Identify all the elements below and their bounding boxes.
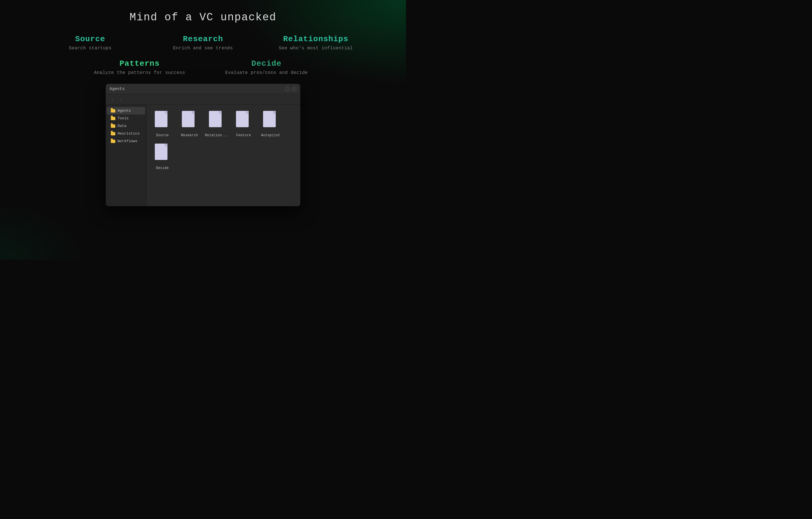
category-patterns-subtitle: Analyze the patterns for success xyxy=(76,70,203,75)
category-source: Source Search startups xyxy=(34,35,147,51)
categories-row2: Patterns Analyze the patterns for succes… xyxy=(76,59,330,75)
file-label-decide: Decide xyxy=(156,166,169,170)
window-titlebar: Agents − × xyxy=(106,84,300,94)
category-patterns: Patterns Analyze the patterns for succes… xyxy=(76,59,203,75)
sidebar: Agents Tools Data Heuristics Workflows xyxy=(106,105,147,206)
file-item-decide[interactable]: Decide xyxy=(151,142,174,170)
sidebar-item-data[interactable]: Data xyxy=(107,122,145,130)
document-icon-feature xyxy=(236,111,252,130)
categories-row1: Source Search startups Research Enrich a… xyxy=(34,35,372,51)
file-label-autopilot: Autopilot xyxy=(261,133,280,137)
file-icon-wrap-relation xyxy=(207,109,226,132)
file-item-source[interactable]: Source xyxy=(151,109,174,137)
file-item-relation[interactable]: Relation... xyxy=(205,109,228,137)
category-decide-title: Decide xyxy=(203,59,330,68)
file-icon-wrap-feature xyxy=(234,109,254,132)
folder-icon-heuristics xyxy=(111,132,115,135)
window-toolbar: ‹ › xyxy=(106,94,300,105)
window-title: Agents xyxy=(110,87,125,91)
folder-icon-workflows xyxy=(111,140,115,143)
file-item-research[interactable]: Research xyxy=(178,109,201,137)
category-decide-subtitle: Evaluate pros/cons and decide xyxy=(203,70,330,75)
sidebar-label-agents: Agents xyxy=(118,109,131,113)
minimize-button[interactable]: − xyxy=(285,87,290,91)
category-source-subtitle: Search startups xyxy=(34,46,147,51)
svg-rect-11 xyxy=(165,143,168,146)
sidebar-item-workflows[interactable]: Workflows xyxy=(107,137,145,145)
file-label-relation: Relation... xyxy=(205,133,228,137)
file-item-feature[interactable]: Feature xyxy=(232,109,255,137)
sidebar-item-tools[interactable]: Tools xyxy=(107,114,145,122)
category-relationships-title: Relationships xyxy=(259,35,372,44)
file-row-2: Decide xyxy=(151,142,296,170)
category-research-title: Research xyxy=(147,35,259,44)
top-section: Mind of a VC unpacked Source Search star… xyxy=(0,0,406,84)
document-icon-autopilot xyxy=(263,111,279,130)
category-relationships-subtitle: See who’s most influential xyxy=(259,46,372,51)
svg-rect-3 xyxy=(192,111,195,114)
window-controls: − × xyxy=(285,87,296,91)
forward-button[interactable]: › xyxy=(118,96,124,103)
sidebar-label-workflows: Workflows xyxy=(118,139,137,143)
folder-icon-data xyxy=(111,125,115,128)
sidebar-item-agents[interactable]: Agents xyxy=(107,107,145,114)
category-research: Research Enrich and see trends xyxy=(147,35,259,51)
document-icon-relation xyxy=(209,111,225,130)
file-icon-wrap-autopilot xyxy=(261,109,281,132)
file-icon-wrap-research xyxy=(180,109,199,132)
sidebar-item-heuristics[interactable]: Heuristics xyxy=(107,130,145,137)
file-label-source: Source xyxy=(156,133,169,137)
sidebar-label-heuristics: Heuristics xyxy=(118,132,140,136)
folder-icon-agents xyxy=(111,109,115,113)
document-icon-source xyxy=(155,111,170,130)
file-label-research: Research xyxy=(181,133,198,137)
file-icon-wrap-source xyxy=(152,109,172,132)
svg-rect-9 xyxy=(273,111,276,114)
file-icon-wrap-decide xyxy=(152,142,172,164)
sidebar-label-tools: Tools xyxy=(118,116,128,120)
file-row-1: Source Research xyxy=(151,109,296,137)
file-area: Source Research xyxy=(147,105,300,206)
document-icon-decide xyxy=(155,143,170,163)
folder-icon-tools xyxy=(111,117,115,120)
category-source-title: Source xyxy=(34,35,147,44)
category-patterns-title: Patterns xyxy=(76,59,203,68)
file-item-autopilot[interactable]: Autopilot xyxy=(259,109,282,137)
close-button[interactable]: × xyxy=(292,87,296,91)
agents-window: Agents − × ‹ › Agents Tools xyxy=(106,84,300,206)
back-button[interactable]: ‹ xyxy=(109,96,116,103)
bg-gradient-bottom-left xyxy=(0,203,85,260)
svg-rect-1 xyxy=(165,111,168,114)
category-decide: Decide Evaluate pros/cons and decide xyxy=(203,59,330,75)
document-icon-research xyxy=(182,111,197,130)
svg-rect-7 xyxy=(246,111,249,114)
file-label-feature: Feature xyxy=(236,133,251,137)
category-research-subtitle: Enrich and see trends xyxy=(147,46,259,51)
main-title: Mind of a VC unpacked xyxy=(6,11,400,23)
svg-rect-5 xyxy=(219,111,222,114)
category-relationships: Relationships See who’s most influential xyxy=(259,35,372,51)
window-body: Agents Tools Data Heuristics Workflows xyxy=(106,105,300,206)
sidebar-label-data: Data xyxy=(118,124,126,128)
